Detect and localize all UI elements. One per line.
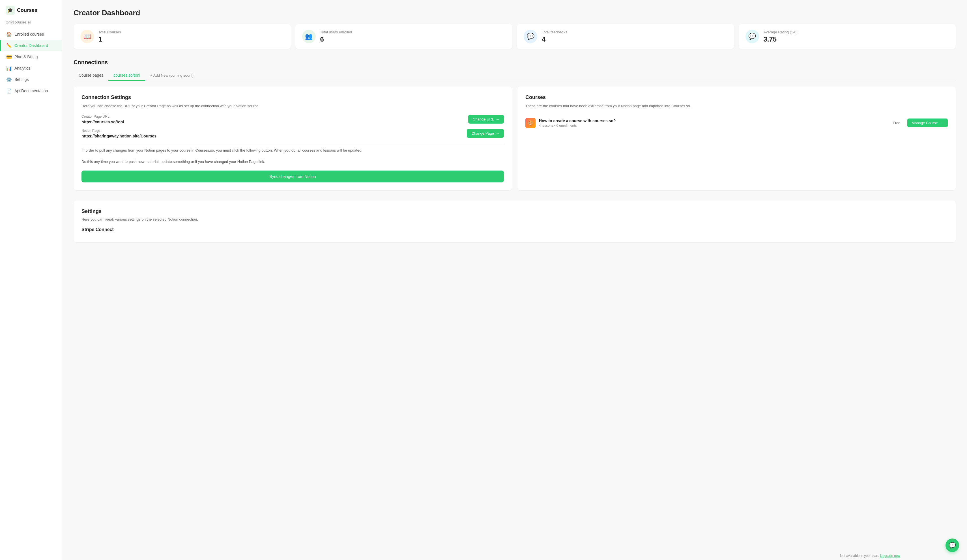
page-title: Creator Dashboard bbox=[74, 8, 956, 17]
sidebar-item-enrolled[interactable]: 🏠 Enrolled courses bbox=[0, 29, 62, 40]
stat-value-total-feedbacks: 4 bbox=[542, 35, 567, 43]
sidebar-item-api[interactable]: 📄 Api Documentation bbox=[0, 86, 62, 96]
notion-page-label: Notion Page bbox=[81, 129, 464, 133]
settings-icon: ⚙️ bbox=[7, 77, 12, 82]
logo-icon: 🎓 bbox=[6, 6, 15, 15]
courses-card-title: Courses bbox=[525, 94, 948, 100]
notion-page-row: Notion Page https://sharingaway.notion.s… bbox=[81, 129, 504, 138]
notion-page-value: https://sharingaway.notion.site/Courses bbox=[81, 134, 464, 138]
enrolled-icon: 🏠 bbox=[7, 32, 12, 37]
arrow-right-icon-2: → bbox=[496, 131, 499, 135]
sidebar-item-label: Creator Dashboard bbox=[15, 43, 48, 48]
stat-label-avg-rating: Average Rating (1-6) bbox=[764, 30, 797, 34]
change-page-button[interactable]: Change Page → bbox=[467, 129, 504, 138]
stat-value-total-users: 6 bbox=[320, 35, 352, 43]
api-icon: 📄 bbox=[7, 88, 12, 93]
creator-page-url-row: Creator Page URL https://courses.so/toni… bbox=[81, 115, 504, 124]
stat-icon-avg-rating: 💬 bbox=[746, 30, 759, 43]
course-meta: 4 lessons • 6 enrollments bbox=[539, 124, 889, 128]
tab-courses-so-toni[interactable]: courses.so/toni bbox=[108, 70, 145, 81]
stripe-connect-label: Stripe Connect bbox=[81, 227, 948, 232]
stat-label-total-courses: Total Courses bbox=[99, 30, 121, 34]
app-name: Courses bbox=[17, 7, 37, 13]
sidebar-item-analytics[interactable]: 📊 Analytics bbox=[0, 63, 62, 74]
courses-card: Courses These are the courses that have … bbox=[517, 87, 956, 190]
connections-layout: Connection Settings Here you can choose … bbox=[74, 87, 956, 190]
stats-row: 📖 Total Courses 1 👥 Total users enrolled… bbox=[74, 24, 956, 49]
stat-value-avg-rating: 3.75 bbox=[764, 35, 797, 43]
manage-course-button[interactable]: Manage Course → bbox=[907, 119, 948, 127]
settings-section-desc: Here you can tweak various settings on t… bbox=[81, 217, 948, 221]
sidebar-item-label: Enrolled courses bbox=[15, 32, 44, 36]
sidebar-item-label: Settings bbox=[15, 77, 29, 82]
settings-card-desc: Here you can choose the URL of your Crea… bbox=[81, 103, 504, 109]
analytics-icon: 📊 bbox=[7, 66, 12, 71]
stat-card-total-courses: 📖 Total Courses 1 bbox=[74, 24, 291, 49]
sidebar-item-settings[interactable]: ⚙️ Settings bbox=[0, 74, 62, 85]
stat-card-total-feedbacks: 💬 Total feedbacks 4 bbox=[517, 24, 734, 49]
sync-description-1: In order to pull any changes from your N… bbox=[81, 148, 504, 153]
arrow-icon: → bbox=[939, 121, 943, 125]
arrow-right-icon: → bbox=[496, 117, 499, 121]
sidebar-nav: 🏠 Enrolled courses ✏️ Creator Dashboard … bbox=[0, 29, 62, 96]
main-content: Creator Dashboard 📖 Total Courses 1 👥 To… bbox=[62, 0, 967, 560]
courses-card-desc: These are the courses that have been ext… bbox=[525, 103, 948, 109]
sidebar: 🎓 Courses toni@courses.so 🏠 Enrolled cou… bbox=[0, 0, 62, 560]
sidebar-item-label: Analytics bbox=[15, 66, 30, 71]
settings-card-title: Connection Settings bbox=[81, 94, 504, 100]
sidebar-item-creator[interactable]: ✏️ Creator Dashboard bbox=[0, 40, 62, 51]
stat-card-avg-rating: 💬 Average Rating (1-6) 3.75 bbox=[739, 24, 956, 49]
connections-tabs: Course pagescourses.so/toni+ Add New (co… bbox=[74, 70, 956, 81]
settings-section-title: Settings bbox=[81, 208, 948, 214]
tab-add-new[interactable]: + Add New (coming soon!) bbox=[145, 71, 199, 81]
courses-list: 🎨 How to create a course with courses.so… bbox=[525, 115, 948, 132]
connection-settings-card: Connection Settings Here you can choose … bbox=[74, 87, 512, 190]
user-email: toni@courses.so bbox=[0, 20, 62, 29]
sync-button[interactable]: Sync changes from Notion bbox=[81, 171, 504, 183]
stat-icon-total-feedbacks: 💬 bbox=[524, 30, 537, 43]
sidebar-item-billing[interactable]: 💳 Plan & Billing bbox=[0, 51, 62, 62]
creator-icon: ✏️ bbox=[7, 43, 12, 48]
stat-icon-total-courses: 📖 bbox=[80, 30, 94, 43]
stat-label-total-users: Total users enrolled bbox=[320, 30, 352, 34]
creator-url-value: https://courses.so/toni bbox=[81, 120, 465, 124]
creator-url-label: Creator Page URL bbox=[81, 115, 465, 119]
stat-icon-total-users: 👥 bbox=[302, 30, 316, 43]
sidebar-item-label: Plan & Billing bbox=[15, 54, 38, 59]
course-name: How to create a course with courses.so? bbox=[539, 119, 889, 123]
change-url-button[interactable]: Change URL → bbox=[468, 115, 504, 124]
upgrade-notice: Not available in your plan. Upgrade now bbox=[835, 552, 905, 560]
tab-course-pages[interactable]: Course pages bbox=[74, 70, 108, 81]
stat-value-total-courses: 1 bbox=[99, 35, 121, 43]
course-thumbnail: 🎨 bbox=[525, 118, 536, 128]
stat-card-total-users: 👥 Total users enrolled 6 bbox=[295, 24, 513, 49]
sidebar-item-label: Api Documentation bbox=[15, 89, 48, 93]
upgrade-link[interactable]: Upgrade now bbox=[880, 554, 900, 558]
app-logo: 🎓 Courses bbox=[0, 6, 62, 20]
billing-icon: 💳 bbox=[7, 54, 12, 59]
course-price: Free bbox=[893, 121, 901, 125]
card-divider bbox=[81, 143, 504, 143]
course-row: 🎨 How to create a course with courses.so… bbox=[525, 115, 948, 132]
connections-title: Connections bbox=[74, 59, 956, 66]
stat-label-total-feedbacks: Total feedbacks bbox=[542, 30, 567, 34]
connections-section: Connections Course pagescourses.so/toni+… bbox=[74, 59, 956, 190]
sync-description-2: Do this any time you want to push new ma… bbox=[81, 159, 504, 165]
settings-section: Settings Here you can tweak various sett… bbox=[74, 201, 956, 242]
chat-button[interactable]: 💬 bbox=[946, 539, 959, 552]
chat-icon: 💬 bbox=[949, 542, 956, 549]
